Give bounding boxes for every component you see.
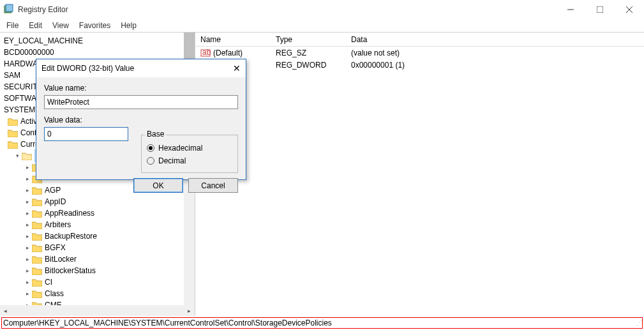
dialog-title: Edit DWORD (32-bit) Value [41, 64, 134, 73]
string-value-icon: ab [200, 48, 211, 58]
chevron-right-icon[interactable]: ▸ [23, 276, 32, 288]
folder-icon [32, 255, 42, 264]
folder-open-icon [22, 152, 32, 160]
minimize-button[interactable] [556, 0, 585, 19]
chevron-right-icon[interactable]: ▸ [23, 207, 32, 219]
value-row[interactable]: ect REG_DWORD 0x00000001 (1) [200, 59, 644, 71]
status-path: Computer\HKEY_LOCAL_MACHINE\SYSTEM\Curre… [3, 319, 332, 327]
chevron-right-icon[interactable]: ▸ [23, 219, 32, 230]
column-data[interactable]: Data [351, 35, 644, 44]
tree-item[interactable]: ▸Class [4, 288, 195, 299]
svg-rect-1 [6, 4, 13, 11]
folder-icon [32, 267, 42, 275]
status-bar: Computer\HKEY_LOCAL_MACHINE\SYSTEM\Curre… [1, 317, 643, 329]
chevron-right-icon[interactable]: ▸ [23, 265, 32, 276]
tree-item[interactable]: ▸AppReadiness [4, 207, 195, 219]
svg-rect-3 [597, 6, 603, 13]
folder-icon [32, 198, 42, 206]
folder-icon [8, 117, 18, 126]
title-bar: Registry Editor [0, 0, 644, 19]
values-pane: Name Type Data ab(Default) REG_SZ (value… [195, 33, 644, 316]
tree-item[interactable]: EY_LOCAL_MACHINE [4, 35, 195, 47]
tree-item[interactable]: ▸BGFX [4, 242, 195, 253]
chevron-right-icon[interactable]: ▸ [23, 161, 32, 173]
menu-view[interactable]: View [52, 21, 69, 30]
folder-icon [8, 129, 18, 137]
folder-icon [32, 232, 42, 241]
value-name-field[interactable] [44, 95, 238, 109]
edit-dword-dialog: Edit DWORD (32-bit) Value ✕ Value name: … [36, 59, 246, 180]
tree-item[interactable]: ▸BitLocker [4, 253, 195, 265]
tree-item[interactable]: ▸CI [4, 276, 195, 288]
folder-icon [32, 278, 42, 287]
chevron-right-icon[interactable]: ▸ [23, 253, 32, 265]
base-legend: Base [145, 130, 166, 139]
value-name-label: Value name: [44, 84, 238, 93]
dialog-titlebar[interactable]: Edit DWORD (32-bit) Value ✕ [36, 59, 246, 77]
scroll-left-icon[interactable]: ◂ [0, 305, 11, 316]
tree-item[interactable]: ▸Arbiters [4, 219, 195, 230]
value-data-label: Value data: [44, 116, 238, 124]
ok-button[interactable]: OK [133, 178, 183, 193]
resize-grip[interactable]: ⋰ [635, 321, 643, 329]
chevron-right-icon[interactable]: ▸ [23, 173, 32, 184]
tree-item[interactable]: ▸AppID [4, 196, 195, 207]
close-icon[interactable]: ✕ [233, 63, 241, 73]
maximize-button[interactable] [585, 0, 615, 19]
cancel-button[interactable]: Cancel [188, 178, 238, 193]
column-name[interactable]: Name [200, 35, 276, 44]
base-group: Base Hexadecimal Decimal [141, 126, 238, 173]
folder-icon [32, 186, 42, 195]
tree-item[interactable]: ▸BitlockerStatus [4, 265, 195, 276]
column-headers[interactable]: Name Type Data [195, 33, 644, 47]
folder-icon [32, 209, 42, 218]
value-data-field[interactable] [44, 127, 128, 141]
chevron-right-icon[interactable]: ▸ [23, 288, 32, 299]
column-type[interactable]: Type [276, 35, 351, 44]
app-icon [4, 4, 14, 16]
tree-item[interactable]: BCD00000000 [4, 47, 195, 58]
folder-icon [32, 221, 42, 229]
chevron-right-icon[interactable]: ▸ [23, 242, 32, 253]
scroll-right-icon[interactable]: ▸ [184, 305, 195, 316]
radio-hexadecimal[interactable]: Hexadecimal [147, 142, 232, 154]
chevron-down-icon[interactable]: ▾ [13, 150, 22, 161]
menu-file[interactable]: File [6, 21, 19, 30]
chevron-right-icon[interactable]: ▸ [23, 196, 32, 207]
menu-edit[interactable]: Edit [29, 21, 42, 30]
svg-text:ab: ab [202, 48, 211, 57]
menu-bar: File Edit View Favorites Help [0, 19, 644, 32]
window-title: Registry Editor [18, 5, 68, 14]
radio-decimal[interactable]: Decimal [147, 154, 232, 167]
menu-help[interactable]: Help [121, 21, 137, 30]
folder-icon [32, 290, 42, 298]
folder-icon [8, 140, 18, 149]
horizontal-scrollbar[interactable]: ◂▸ [0, 305, 195, 316]
menu-favorites[interactable]: Favorites [79, 21, 110, 30]
close-button[interactable] [615, 0, 644, 19]
chevron-right-icon[interactable]: ▸ [23, 230, 32, 242]
chevron-right-icon[interactable]: ▸ [23, 184, 32, 196]
folder-icon [32, 244, 42, 252]
value-row[interactable]: ab(Default) REG_SZ (value not set) [200, 47, 644, 59]
tree-item[interactable]: ▸BackupRestore [4, 230, 195, 242]
